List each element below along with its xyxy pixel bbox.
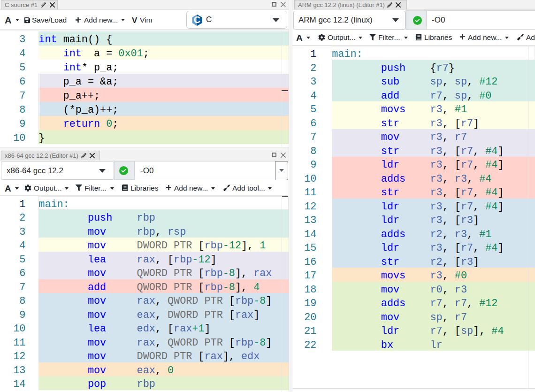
svg-text:C: C <box>194 15 200 25</box>
